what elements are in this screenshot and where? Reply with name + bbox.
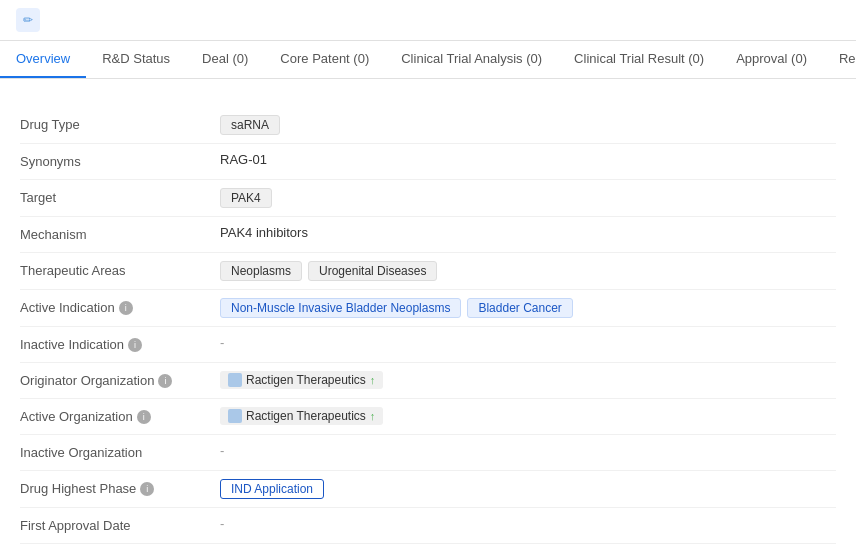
field-label: Originator Organizationi [20,371,220,388]
tab-approval[interactable]: Approval (0) [720,41,823,78]
field-label: Active Indicationi [20,298,220,315]
org-badge: Ractigen Therapeutics↑ [220,407,383,425]
badge-blue: Bladder Cancer [467,298,572,318]
badge-blue: Non-Muscle Invasive Bladder Neoplasms [220,298,461,318]
field-label: Therapeutic Areas [20,261,220,278]
fields-container: Drug TypesaRNASynonymsRAG-01TargetPAK4Me… [20,107,836,544]
field-row: Originator OrganizationiRactigen Therape… [20,363,836,399]
field-value: IND Application [220,479,836,499]
navigation-tabs: OverviewR&D StatusDeal (0)Core Patent (0… [0,41,856,79]
badge: saRNA [220,115,280,135]
field-value: - [220,443,836,458]
tab-clinical-trial-analysis[interactable]: Clinical Trial Analysis (0) [385,41,558,78]
field-row: SynonymsRAG-01 [20,144,836,180]
text-value: RAG-01 [220,152,267,167]
field-label: Inactive Indicationi [20,335,220,352]
org-name: Ractigen Therapeutics [246,409,366,423]
field-label: Drug Highest Phasei [20,479,220,496]
field-value: saRNA [220,115,836,135]
info-icon[interactable]: i [128,338,142,352]
field-label: Active Organizationi [20,407,220,424]
field-value: - [220,516,836,531]
badge-outlined: IND Application [220,479,324,499]
field-row: Therapeutic AreasNeoplasmsUrogenital Dis… [20,253,836,290]
badge: Neoplasms [220,261,302,281]
tab-overview[interactable]: Overview [0,41,86,78]
field-row: First Approval Date- [20,508,836,544]
field-row: Inactive Indicationi- [20,327,836,363]
field-row: Inactive Organization- [20,435,836,471]
field-row: MechanismPAK4 inhibitors [20,217,836,253]
field-label: First Approval Date [20,516,220,533]
text-value: PAK4 inhibitors [220,225,308,240]
trend-icon: ↑ [370,410,376,422]
field-value: RAG-01 [220,152,836,167]
header-icon: ✏ [16,8,40,32]
org-name: Ractigen Therapeutics [246,373,366,387]
tab-core-patent[interactable]: Core Patent (0) [264,41,385,78]
field-row: Active IndicationiNon-Muscle Invasive Bl… [20,290,836,327]
field-value: Ractigen Therapeutics↑ [220,371,836,389]
page-header: ✏ [0,0,856,41]
field-label: Inactive Organization [20,443,220,460]
org-badge: Ractigen Therapeutics↑ [220,371,383,389]
field-label: Drug Type [20,115,220,132]
field-row: TargetPAK4 [20,180,836,217]
dash-value: - [220,516,224,531]
info-icon[interactable]: i [158,374,172,388]
tab-deal[interactable]: Deal (0) [186,41,264,78]
dash-value: - [220,443,224,458]
tab-regulation[interactable]: Regulation (0) [823,41,856,78]
field-row: Drug TypesaRNA [20,107,836,144]
org-icon [228,373,242,387]
field-value: - [220,335,836,350]
dash-value: - [220,335,224,350]
org-icon [228,409,242,423]
info-icon[interactable]: i [140,482,154,496]
field-row: Drug Highest PhaseiIND Application [20,471,836,508]
tab-rd-status[interactable]: R&D Status [86,41,186,78]
main-content: Drug TypesaRNASynonymsRAG-01TargetPAK4Me… [0,79,856,548]
badge: Urogenital Diseases [308,261,437,281]
field-value: PAK4 [220,188,836,208]
field-row: Active OrganizationiRactigen Therapeutic… [20,399,836,435]
field-label: Target [20,188,220,205]
field-value: PAK4 inhibitors [220,225,836,240]
tab-clinical-trial-result[interactable]: Clinical Trial Result (0) [558,41,720,78]
badge: PAK4 [220,188,272,208]
field-value: NeoplasmsUrogenital Diseases [220,261,836,281]
field-label: Mechanism [20,225,220,242]
field-value: Ractigen Therapeutics↑ [220,407,836,425]
field-value: Non-Muscle Invasive Bladder NeoplasmsBla… [220,298,836,318]
info-icon[interactable]: i [137,410,151,424]
info-icon[interactable]: i [119,301,133,315]
trend-icon: ↑ [370,374,376,386]
field-label: Synonyms [20,152,220,169]
